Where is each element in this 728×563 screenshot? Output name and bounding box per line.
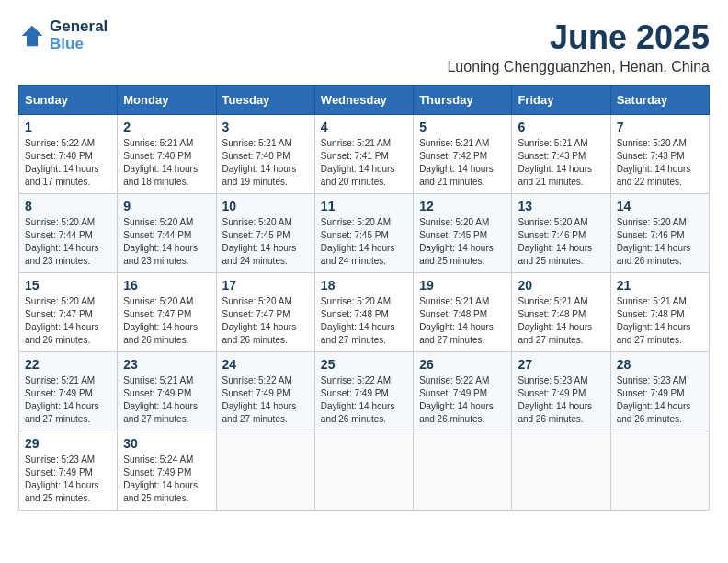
day-info: Sunrise: 5:20 AM Sunset: 7:46 PM Dayligh… (518, 216, 604, 268)
calendar-cell: 5 Sunrise: 5:21 AM Sunset: 7:42 PM Dayli… (414, 115, 512, 194)
day-number: 1 (25, 120, 111, 134)
calendar-cell: 10 Sunrise: 5:20 AM Sunset: 7:45 PM Dayl… (216, 194, 314, 273)
day-number: 27 (518, 357, 604, 372)
day-number: 15 (25, 278, 111, 293)
calendar-cell: 1 Sunrise: 5:22 AM Sunset: 7:40 PM Dayli… (19, 115, 118, 194)
day-info: Sunrise: 5:22 AM Sunset: 7:49 PM Dayligh… (222, 374, 309, 426)
day-number: 2 (123, 120, 210, 134)
day-info: Sunrise: 5:24 AM Sunset: 7:49 PM Dayligh… (123, 454, 210, 505)
day-number: 12 (419, 199, 506, 213)
month-title: June 2025 (447, 18, 710, 57)
calendar-week-row: 22 Sunrise: 5:21 AM Sunset: 7:49 PM Dayl… (19, 352, 710, 431)
day-info: Sunrise: 5:21 AM Sunset: 7:41 PM Dayligh… (321, 137, 407, 189)
day-number: 28 (617, 357, 703, 372)
calendar-cell (414, 431, 512, 511)
day-info: Sunrise: 5:21 AM Sunset: 7:42 PM Dayligh… (419, 137, 506, 189)
calendar-cell: 12 Sunrise: 5:20 AM Sunset: 7:45 PM Dayl… (414, 194, 512, 273)
day-number: 25 (321, 357, 407, 372)
calendar-week-row: 29 Sunrise: 5:23 AM Sunset: 7:49 PM Dayl… (19, 431, 710, 511)
day-number: 26 (419, 357, 506, 372)
day-number: 7 (617, 120, 703, 134)
day-info: Sunrise: 5:20 AM Sunset: 7:45 PM Dayligh… (222, 216, 309, 268)
day-info: Sunrise: 5:20 AM Sunset: 7:47 PM Dayligh… (222, 295, 309, 347)
calendar-cell: 17 Sunrise: 5:20 AM Sunset: 7:47 PM Dayl… (216, 273, 314, 352)
day-number: 3 (222, 120, 309, 134)
calendar-cell (610, 431, 709, 511)
day-number: 6 (518, 120, 604, 134)
calendar-cell: 6 Sunrise: 5:21 AM Sunset: 7:43 PM Dayli… (512, 115, 610, 194)
calendar-cell: 8 Sunrise: 5:20 AM Sunset: 7:44 PM Dayli… (19, 194, 118, 273)
day-number: 10 (222, 199, 309, 213)
day-info: Sunrise: 5:21 AM Sunset: 7:43 PM Dayligh… (518, 137, 604, 189)
day-number: 19 (419, 278, 506, 293)
day-number: 22 (25, 357, 111, 372)
day-info: Sunrise: 5:20 AM Sunset: 7:43 PM Dayligh… (617, 137, 703, 189)
calendar-cell (216, 431, 314, 511)
calendar-cell (314, 431, 413, 511)
day-info: Sunrise: 5:23 AM Sunset: 7:49 PM Dayligh… (617, 374, 703, 426)
calendar-cell: 23 Sunrise: 5:21 AM Sunset: 7:49 PM Dayl… (118, 352, 216, 431)
day-info: Sunrise: 5:20 AM Sunset: 7:45 PM Dayligh… (419, 216, 506, 268)
calendar-cell: 28 Sunrise: 5:23 AM Sunset: 7:49 PM Dayl… (610, 352, 709, 431)
day-info: Sunrise: 5:22 AM Sunset: 7:49 PM Dayligh… (419, 374, 506, 426)
calendar-cell: 7 Sunrise: 5:20 AM Sunset: 7:43 PM Dayli… (610, 115, 709, 194)
calendar-cell: 14 Sunrise: 5:20 AM Sunset: 7:46 PM Dayl… (610, 194, 709, 273)
day-number: 30 (123, 436, 210, 451)
calendar-cell: 11 Sunrise: 5:20 AM Sunset: 7:45 PM Dayl… (314, 194, 413, 273)
day-number: 23 (123, 357, 210, 372)
weekday-header: Sunday (19, 86, 118, 115)
calendar-cell: 20 Sunrise: 5:21 AM Sunset: 7:48 PM Dayl… (512, 273, 610, 352)
calendar-cell: 2 Sunrise: 5:21 AM Sunset: 7:40 PM Dayli… (118, 115, 216, 194)
calendar-cell: 18 Sunrise: 5:20 AM Sunset: 7:48 PM Dayl… (314, 273, 413, 352)
calendar-table: SundayMondayTuesdayWednesdayThursdayFrid… (18, 85, 710, 511)
calendar-week-row: 15 Sunrise: 5:20 AM Sunset: 7:47 PM Dayl… (19, 273, 710, 352)
day-info: Sunrise: 5:20 AM Sunset: 7:47 PM Dayligh… (123, 295, 210, 347)
calendar-cell: 27 Sunrise: 5:23 AM Sunset: 7:49 PM Dayl… (512, 352, 610, 431)
calendar-cell: 4 Sunrise: 5:21 AM Sunset: 7:41 PM Dayli… (314, 115, 413, 194)
calendar-cell: 22 Sunrise: 5:21 AM Sunset: 7:49 PM Dayl… (19, 352, 118, 431)
day-info: Sunrise: 5:22 AM Sunset: 7:40 PM Dayligh… (25, 137, 111, 189)
calendar-week-row: 8 Sunrise: 5:20 AM Sunset: 7:44 PM Dayli… (19, 194, 710, 273)
calendar-cell: 3 Sunrise: 5:21 AM Sunset: 7:40 PM Dayli… (216, 115, 314, 194)
day-info: Sunrise: 5:20 AM Sunset: 7:48 PM Dayligh… (321, 295, 407, 347)
day-info: Sunrise: 5:23 AM Sunset: 7:49 PM Dayligh… (25, 454, 111, 505)
weekday-header: Saturday (610, 86, 709, 115)
day-info: Sunrise: 5:20 AM Sunset: 7:45 PM Dayligh… (321, 216, 407, 268)
calendar-cell: 16 Sunrise: 5:20 AM Sunset: 7:47 PM Dayl… (118, 273, 216, 352)
day-number: 9 (123, 199, 210, 213)
day-number: 13 (518, 199, 604, 213)
logo-icon (18, 22, 46, 50)
calendar-cell: 29 Sunrise: 5:23 AM Sunset: 7:49 PM Dayl… (19, 431, 118, 511)
day-number: 24 (222, 357, 309, 372)
weekday-header: Tuesday (216, 86, 314, 115)
calendar-header-row: SundayMondayTuesdayWednesdayThursdayFrid… (19, 86, 710, 115)
calendar-cell: 9 Sunrise: 5:20 AM Sunset: 7:44 PM Dayli… (118, 194, 216, 273)
weekday-header: Monday (118, 86, 216, 115)
day-info: Sunrise: 5:20 AM Sunset: 7:47 PM Dayligh… (25, 295, 111, 347)
calendar-cell: 19 Sunrise: 5:21 AM Sunset: 7:48 PM Dayl… (414, 273, 512, 352)
day-info: Sunrise: 5:21 AM Sunset: 7:40 PM Dayligh… (222, 137, 309, 189)
calendar-cell: 21 Sunrise: 5:21 AM Sunset: 7:48 PM Dayl… (610, 273, 709, 352)
logo: General Blue (18, 18, 108, 52)
weekday-header: Wednesday (314, 86, 413, 115)
day-number: 21 (617, 278, 703, 293)
day-info: Sunrise: 5:20 AM Sunset: 7:46 PM Dayligh… (617, 216, 703, 268)
location-title: Luoning Chengguanzhen, Henan, China (447, 59, 710, 75)
calendar-cell (512, 431, 610, 511)
day-info: Sunrise: 5:21 AM Sunset: 7:49 PM Dayligh… (123, 374, 210, 426)
calendar-cell: 15 Sunrise: 5:20 AM Sunset: 7:47 PM Dayl… (19, 273, 118, 352)
calendar-cell: 13 Sunrise: 5:20 AM Sunset: 7:46 PM Dayl… (512, 194, 610, 273)
day-number: 29 (25, 436, 111, 451)
calendar-week-row: 1 Sunrise: 5:22 AM Sunset: 7:40 PM Dayli… (19, 115, 710, 194)
day-number: 14 (617, 199, 703, 213)
day-number: 8 (25, 199, 111, 213)
day-info: Sunrise: 5:21 AM Sunset: 7:48 PM Dayligh… (419, 295, 506, 347)
calendar-cell: 24 Sunrise: 5:22 AM Sunset: 7:49 PM Dayl… (216, 352, 314, 431)
logo-text: General Blue (50, 18, 108, 52)
day-info: Sunrise: 5:21 AM Sunset: 7:40 PM Dayligh… (123, 137, 210, 189)
day-info: Sunrise: 5:21 AM Sunset: 7:48 PM Dayligh… (617, 295, 703, 347)
day-number: 17 (222, 278, 309, 293)
day-number: 5 (419, 120, 506, 134)
day-info: Sunrise: 5:21 AM Sunset: 7:48 PM Dayligh… (518, 295, 604, 347)
day-number: 18 (321, 278, 407, 293)
